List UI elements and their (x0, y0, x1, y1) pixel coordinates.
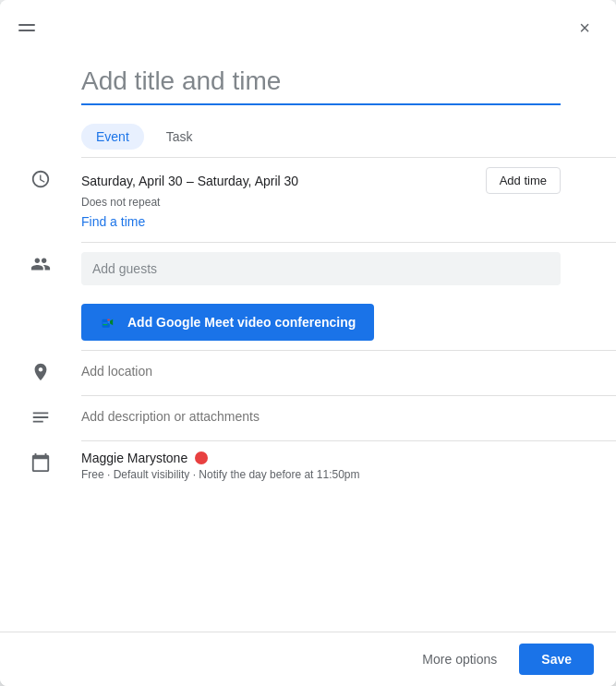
dialog-content: Event Task Saturday, April 30 – Saturday… (0, 52, 616, 632)
meet-row: Add Google Meet video conferencing (0, 295, 616, 350)
dialog-footer: More options Save (0, 632, 616, 686)
people-icon (0, 252, 81, 274)
drag-handle-icon (15, 20, 39, 35)
tab-event[interactable]: Event (81, 124, 144, 150)
guests-content (81, 252, 561, 285)
location-input[interactable] (81, 360, 561, 382)
location-icon (0, 360, 81, 382)
save-button[interactable]: Save (519, 644, 594, 675)
add-time-button[interactable]: Add time (486, 167, 561, 194)
tabs-section: Event Task (0, 116, 616, 157)
event-dialog: × Event Task Saturday, April 30 (0, 0, 616, 686)
calendar-row: Maggie Marystone Free · Default visibili… (0, 441, 616, 490)
find-time-link[interactable]: Find a time (81, 209, 561, 233)
location-row (0, 351, 616, 395)
calendar-details: Free · Default visibility · Notify the d… (81, 468, 561, 481)
close-button[interactable]: × (568, 11, 601, 44)
dialog-header: × (0, 0, 616, 52)
calendar-user-name: Maggie Marystone (81, 451, 187, 465)
tab-task[interactable]: Task (151, 124, 208, 150)
calendar-icon (0, 451, 81, 473)
guests-row (0, 243, 616, 295)
location-content (81, 360, 561, 382)
description-content (81, 405, 561, 427)
datetime-row: Saturday, April 30 – Saturday, April 30 … (0, 158, 616, 242)
status-dot (195, 451, 208, 464)
datetime-content: Saturday, April 30 – Saturday, April 30 … (81, 167, 561, 233)
clock-icon (0, 167, 81, 189)
more-options-button[interactable]: More options (411, 644, 508, 674)
description-input[interactable] (81, 405, 561, 427)
calendar-content: Maggie Marystone Free · Default visibili… (81, 451, 561, 481)
title-section (0, 52, 616, 116)
calendar-user[interactable]: Maggie Marystone (81, 451, 561, 465)
meet-button-label: Add Google Meet video conferencing (127, 315, 356, 330)
description-icon (0, 405, 81, 427)
description-row (0, 396, 616, 440)
datetime-text: Saturday, April 30 – Saturday, April 30 (81, 173, 298, 189)
add-meet-button[interactable]: Add Google Meet video conferencing (81, 304, 374, 341)
start-date[interactable]: Saturday, April 30 (81, 174, 182, 188)
meet-logo-icon (100, 313, 118, 331)
close-icon: × (579, 18, 590, 39)
guests-input[interactable] (81, 252, 561, 285)
end-date[interactable]: Saturday, April 30 (198, 174, 298, 188)
repeat-text[interactable]: Does not repeat (81, 196, 561, 209)
date-separator: – (187, 174, 198, 188)
title-input[interactable] (81, 63, 561, 105)
datetime-display: Saturday, April 30 – Saturday, April 30 … (81, 167, 561, 194)
